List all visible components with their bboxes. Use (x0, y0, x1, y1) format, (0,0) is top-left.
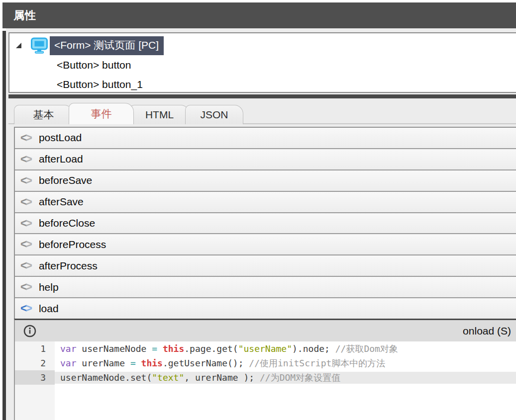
code-line-3[interactable]: 3userNameNode.set("text", urerName ); //… (15, 370, 516, 385)
tab-bar: 基本事件HTMLJSON (14, 103, 239, 124)
script-editor: onload (S) 1var userNameNode = this.page… (14, 319, 516, 420)
script-editor-header: onload (S) (15, 320, 516, 341)
code-brackets-icon: <> (20, 303, 32, 314)
event-row-afterProcess[interactable]: <>afterProcess (15, 255, 516, 277)
event-list: <>postLoad<>afterLoad<>beforeSave<>after… (14, 127, 516, 319)
event-row-beforeProcess[interactable]: <>beforeProcess (15, 234, 516, 255)
script-title: onload (S) (463, 325, 511, 337)
info-icon[interactable] (23, 325, 36, 337)
event-name: afterLoad (39, 153, 83, 165)
tree-item-label: <Button> button_1 (9, 79, 143, 90)
tab-json[interactable]: JSON (185, 105, 243, 124)
event-name: beforeClose (39, 217, 95, 229)
tree-item-button_1[interactable]: <Button> button_1 (9, 75, 516, 94)
event-row-help[interactable]: <>help (15, 277, 516, 298)
code-brackets-icon: <> (20, 239, 32, 250)
properties-panel: 属性 <Form> 测试页面 [PC]<Button> button<Butto… (0, 0, 516, 420)
code-brackets-icon: <> (20, 218, 32, 229)
line-number: 3 (15, 370, 55, 385)
tab-events[interactable]: 事件 (69, 103, 134, 124)
code-brackets-icon: <> (20, 196, 32, 208)
code-brackets-icon: <> (20, 175, 32, 186)
event-row-beforeClose[interactable]: <>beforeClose (15, 213, 516, 235)
code-brackets-icon: <> (20, 281, 32, 293)
tab-html[interactable]: HTML (129, 105, 190, 124)
code-line-2[interactable]: 2var urerName = this.getUserName(); //使用… (15, 356, 516, 370)
code-area[interactable]: 1var userNameNode = this.page.get("userN… (15, 341, 516, 420)
tree-item-label: <Form> 测试页面 [PC] (50, 36, 164, 55)
horizontal-splitter-bar[interactable] (8, 94, 516, 98)
event-name: help (39, 281, 59, 293)
code-empty-area[interactable] (15, 385, 516, 420)
event-row-load[interactable]: <>load (15, 298, 516, 319)
event-name: beforeSave (39, 174, 92, 186)
tree-expand-icon[interactable] (15, 42, 22, 49)
event-name: afterProcess (39, 260, 98, 272)
event-name: load (39, 303, 59, 315)
tab-basic[interactable]: 基本 (14, 105, 73, 124)
code-brackets-icon: <> (20, 260, 32, 271)
tree-item-label: <Button> button (9, 59, 131, 71)
event-name: afterSave (39, 196, 84, 208)
event-name: postLoad (39, 132, 82, 144)
event-row-beforeSave[interactable]: <>beforeSave (15, 170, 516, 192)
code-content: var urerName = this.getUserName(); //使用i… (55, 357, 516, 369)
component-tree: <Form> 测试页面 [PC]<Button> button<Button> … (8, 32, 516, 93)
event-row-postLoad[interactable]: <>postLoad (15, 128, 516, 149)
event-row-afterSave[interactable]: <>afterSave (15, 192, 516, 213)
tree-item-form[interactable]: <Form> 测试页面 [PC] (9, 36, 516, 55)
monitor-icon (30, 37, 48, 54)
line-number: 1 (15, 341, 55, 356)
left-splitter-bar[interactable] (2, 31, 6, 420)
gutter-fill (15, 385, 55, 420)
code-content: var userNameNode = this.page.get("userNa… (55, 343, 516, 355)
code-brackets-icon: <> (20, 132, 32, 144)
event-name: beforeProcess (39, 239, 106, 251)
panel-title: 属性 (2, 2, 516, 28)
event-row-afterLoad[interactable]: <>afterLoad (15, 149, 516, 170)
line-number: 2 (15, 356, 55, 370)
code-line-1[interactable]: 1var userNameNode = this.page.get("userN… (15, 341, 516, 356)
tree-item-button[interactable]: <Button> button (9, 55, 516, 75)
code-brackets-icon: <> (20, 154, 32, 165)
code-content: userNameNode.set("text", urerName ); //为… (55, 372, 516, 384)
